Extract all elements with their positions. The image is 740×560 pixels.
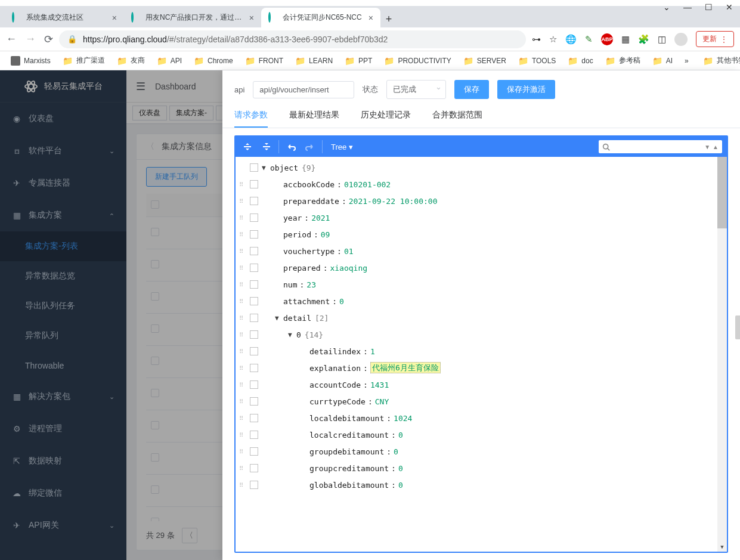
- puzzle-icon[interactable]: 🧩: [638, 34, 649, 45]
- json-key[interactable]: currtypeCode: [309, 397, 366, 406]
- sidebar-item-8[interactable]: ✈API网关⌄: [0, 509, 126, 542]
- sidebar-item-4[interactable]: ▦解决方案包⌄: [0, 380, 126, 413]
- bookmark-folder-4[interactable]: 📁FRONT: [240, 54, 288, 68]
- key-icon[interactable]: ⊶: [532, 34, 541, 45]
- nav-reload[interactable]: ⟳: [44, 33, 53, 46]
- new-manual-queue-button[interactable]: 新建手工队列: [146, 167, 207, 187]
- scrollbar-thumb[interactable]: [717, 157, 727, 228]
- row-menu-icon[interactable]: [250, 481, 258, 489]
- json-key[interactable]: groupdebitamount: [309, 447, 384, 456]
- json-row-10[interactable]: ⠿▼0{14}: [236, 326, 727, 343]
- json-key[interactable]: explanation: [309, 364, 361, 373]
- json-row-13[interactable]: ⠿accountCode:1431: [236, 376, 727, 393]
- hamburger-icon[interactable]: ☰: [136, 80, 145, 93]
- drag-handle-icon[interactable]: ⠿: [239, 451, 246, 453]
- pager-prev[interactable]: 〈: [182, 528, 197, 543]
- caret-icon[interactable]: ▼: [275, 314, 283, 322]
- json-value[interactable]: CNY: [375, 397, 389, 406]
- json-value[interactable]: 0: [394, 447, 398, 456]
- avatar-icon[interactable]: [674, 33, 688, 46]
- address-bar[interactable]: 🔒 https://pro.qliang.cloud/#/strategy/de…: [59, 30, 526, 48]
- json-value[interactable]: 1431: [370, 380, 389, 389]
- drag-handle-icon[interactable]: ⠿: [239, 401, 246, 403]
- bookmark-folder-3[interactable]: 📁Chrome: [189, 54, 238, 68]
- sidebar-item-0[interactable]: ◉仪表盘: [0, 103, 126, 135]
- bookmark-folder-9[interactable]: 📁TOOLS: [513, 54, 561, 68]
- drag-handle-icon[interactable]: ⠿: [239, 334, 246, 336]
- new-tab-button[interactable]: +: [380, 11, 397, 27]
- json-key[interactable]: accountCode: [309, 380, 361, 389]
- panel-tab-1[interactable]: 最新处理结果: [289, 104, 339, 128]
- json-key[interactable]: attachment: [283, 297, 330, 306]
- json-key[interactable]: accbookCode: [283, 180, 335, 189]
- drag-handle-icon[interactable]: ⠿: [239, 234, 246, 236]
- json-row-5[interactable]: ⠿vouchertype:01: [236, 243, 727, 259]
- sidebar-item-6[interactable]: ⇱数据映射: [0, 445, 126, 477]
- bookmark-folder-12[interactable]: 📁AI: [648, 54, 677, 68]
- back-arrow-icon[interactable]: 〈: [146, 141, 154, 152]
- drag-handle-icon[interactable]: ⠿: [239, 250, 246, 252]
- drag-handle-icon[interactable]: ⠿: [239, 301, 246, 302]
- status-select[interactable]: 已完成: [386, 80, 446, 99]
- drag-handle-icon[interactable]: ⠿: [239, 417, 246, 419]
- json-row-0[interactable]: ▼object{9}: [236, 159, 727, 176]
- window-maximize[interactable]: ☐: [705, 2, 713, 12]
- json-row-17[interactable]: ⠿groupdebitamount:0: [236, 443, 727, 460]
- panel-tab-2[interactable]: 历史处理记录: [361, 104, 411, 128]
- bookmark-folder-10[interactable]: 📁doc: [563, 54, 597, 68]
- json-value[interactable]: 1024: [394, 414, 412, 423]
- search-next-icon[interactable]: ▼: [704, 144, 710, 150]
- bookmark-folder-7[interactable]: 📁PRODUCTIVITY: [379, 54, 456, 68]
- json-key[interactable]: globaldebitamount: [309, 481, 389, 490]
- row-menu-icon[interactable]: [250, 163, 258, 172]
- row-checkbox[interactable]: [151, 485, 159, 494]
- sidebar-item-3[interactable]: ▦集成方案⌄: [0, 199, 126, 231]
- json-key[interactable]: prepared: [283, 264, 321, 273]
- row-menu-icon[interactable]: [250, 330, 258, 339]
- collapse-all-icon[interactable]: [259, 140, 274, 154]
- eyedropper-icon[interactable]: ✎: [585, 34, 593, 45]
- json-key[interactable]: period: [283, 230, 311, 239]
- panel-tab-0[interactable]: 请求参数: [234, 104, 268, 128]
- json-value[interactable]: 0: [339, 297, 344, 306]
- row-menu-icon[interactable]: [250, 280, 258, 289]
- json-row-18[interactable]: ⠿groupcreditamount:0: [236, 460, 727, 477]
- drag-handle-icon[interactable]: ⠿: [239, 434, 246, 436]
- row-menu-icon[interactable]: [250, 214, 258, 222]
- json-key[interactable]: object: [270, 163, 298, 172]
- redo-icon[interactable]: [303, 140, 317, 154]
- drag-handle-icon[interactable]: ⠿: [239, 284, 246, 286]
- json-value[interactable]: 代福州6月生育保险: [370, 363, 441, 373]
- row-menu-icon[interactable]: [250, 197, 258, 205]
- scrollbar-vertical[interactable]: ▲ ▼: [717, 157, 727, 552]
- api-input[interactable]: api/gl/voucher/insert: [253, 81, 354, 98]
- browser-tab-0[interactable]: 系统集成交流社区×: [5, 8, 124, 27]
- row-menu-icon[interactable]: [250, 447, 258, 456]
- json-key[interactable]: groupcreditamount: [309, 464, 389, 473]
- json-value[interactable]: xiaoqing: [330, 264, 367, 273]
- row-menu-icon[interactable]: [250, 247, 258, 255]
- json-row-4[interactable]: ⠿period:09: [236, 226, 727, 243]
- drag-handle-icon[interactable]: ⠿: [239, 317, 246, 319]
- row-menu-icon[interactable]: [250, 180, 258, 188]
- json-row-1[interactable]: ⠿accbookCode:010201-002: [236, 176, 727, 193]
- sidebar-item-7[interactable]: ☁绑定微信: [0, 477, 126, 509]
- row-menu-icon[interactable]: [250, 297, 258, 305]
- caret-icon[interactable]: ▼: [288, 331, 296, 339]
- sidebar-item-2[interactable]: ✈专属连接器: [0, 167, 126, 199]
- row-checkbox[interactable]: [151, 389, 159, 397]
- json-key[interactable]: detail: [283, 314, 311, 323]
- tab-close-icon[interactable]: ×: [112, 13, 117, 23]
- row-checkbox[interactable]: [151, 453, 159, 462]
- row-checkbox[interactable]: [151, 324, 159, 333]
- row-checkbox[interactable]: [151, 357, 159, 365]
- window-close[interactable]: ✕: [726, 2, 733, 12]
- json-key[interactable]: 0: [296, 330, 301, 339]
- json-key[interactable]: year: [283, 214, 302, 222]
- row-menu-icon[interactable]: [250, 397, 258, 406]
- bookmark-marxists[interactable]: Marxists: [6, 54, 55, 68]
- json-value[interactable]: 09: [321, 230, 330, 239]
- row-menu-icon[interactable]: [250, 230, 258, 239]
- expand-all-icon[interactable]: [240, 140, 255, 154]
- row-menu-icon[interactable]: [250, 347, 258, 355]
